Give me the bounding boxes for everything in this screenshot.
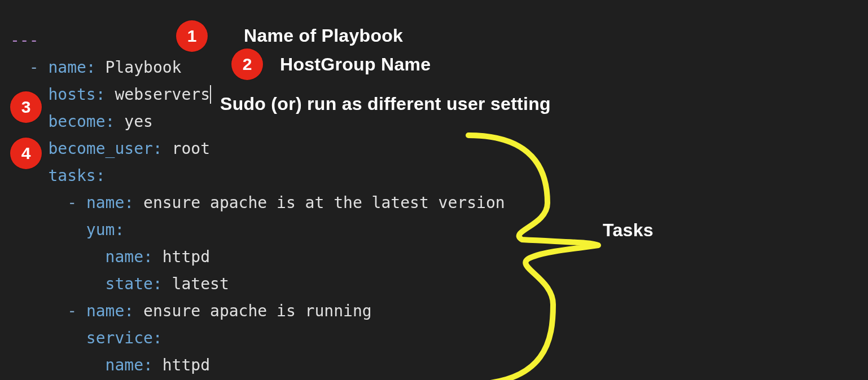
bubble-1: 1	[176, 20, 208, 52]
task2-param-name-key: name:	[106, 356, 153, 374]
task2-dash: -	[67, 302, 77, 320]
name-value: Playbook	[106, 58, 182, 77]
annotation-hostgroup: HostGroup Name	[280, 54, 431, 75]
yaml-doc-start: ---	[10, 31, 39, 50]
annotation-playbook-name: Name of Playbook	[244, 25, 403, 46]
task1-name-key: name:	[86, 193, 134, 212]
task1-dash: -	[67, 193, 77, 212]
hosts-value: webservers	[115, 85, 211, 104]
task2-name-value: ensure apache is running	[143, 302, 372, 320]
task1-param-name-value: httpd	[163, 248, 210, 266]
annotation-sudo: Sudo (or) run as different user setting	[220, 94, 551, 114]
name-key: name:	[48, 58, 95, 77]
task1-param-state-key: state:	[106, 275, 163, 293]
play-dash: -	[29, 58, 39, 77]
task1-param-state-value: latest	[172, 275, 229, 293]
yaml-code-block: --- - name: Playbook hosts: webservers b…	[10, 0, 518, 380]
annotation-tasks: Tasks	[603, 220, 654, 241]
become-value: yes	[124, 112, 153, 131]
bubble-3: 3	[10, 91, 42, 123]
diagram-stage: --- - name: Playbook hosts: webservers b…	[0, 0, 868, 380]
task2-name-key: name:	[86, 302, 134, 320]
task2-module-key: service:	[86, 329, 163, 347]
tasks-key: tasks:	[48, 166, 105, 185]
bubble-4: 4	[10, 138, 42, 169]
task2-param-name-value: httpd	[163, 356, 210, 374]
become-user-key: become_user:	[48, 139, 162, 158]
become-key: become:	[48, 112, 115, 131]
task1-module-key: yum:	[86, 220, 124, 239]
become-user-value: root	[172, 139, 210, 158]
bubble-2: 2	[231, 48, 263, 80]
task1-name-value: ensure apache is at the latest version	[143, 193, 505, 212]
hosts-key: hosts:	[48, 85, 105, 104]
task1-param-name-key: name:	[106, 248, 153, 266]
